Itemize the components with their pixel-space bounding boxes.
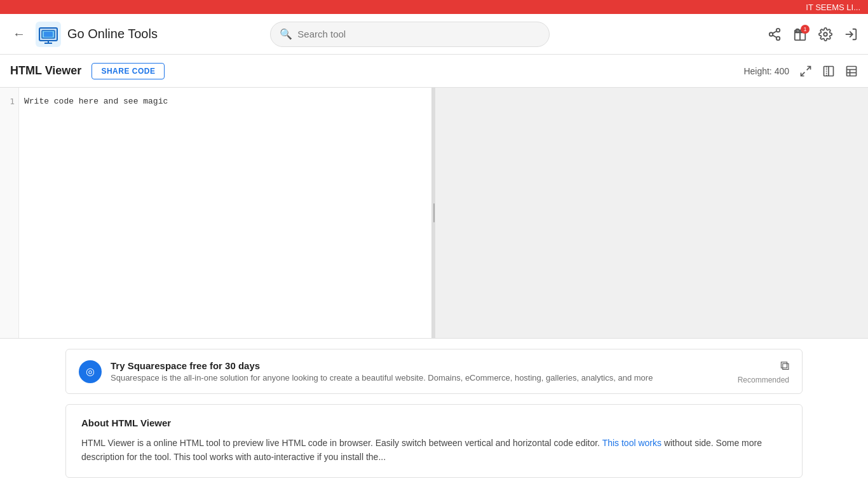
editor-container: 1 Write code here and see magic [0,88,868,339]
login-icon [844,27,858,41]
layout-icon [845,65,858,78]
login-button[interactable] [844,27,858,41]
ad-section: ◎ Try Squarespace free for 30 days Squar… [65,349,803,394]
split-view-icon [822,65,835,78]
fullscreen-icon [799,65,812,78]
ad-action: ⧉ Recommended [738,358,789,384]
notification-bar: IT SEEMS LI... [0,0,868,14]
notification-text: IT SEEMS LI... [806,3,860,12]
ad-logo-icon: ◎ [86,365,95,377]
line-numbers: 1 [0,88,19,338]
ad-recommended: Recommended [738,376,789,384]
svg-rect-8 [44,32,53,37]
split-view-button[interactable] [822,65,835,78]
back-button[interactable]: ← [10,24,28,44]
drag-handle[interactable] [432,88,435,338]
page-title: HTML Viewer [10,64,81,78]
svg-line-19 [807,66,811,70]
header: ← Go Online Tools 🔍 [0,14,868,55]
svg-rect-24 [847,66,857,76]
gear-icon [818,27,832,41]
code-textarea-wrapper[interactable]: Write code here and see magic [19,88,431,338]
fullscreen-button[interactable] [799,65,812,78]
about-text-start: HTML Viewer is a online HTML tool to pre… [81,438,602,448]
toolbar-right: Height: 400 [743,65,858,78]
about-text: HTML Viewer is a online HTML tool to pre… [81,436,787,464]
about-link[interactable]: This tool works [602,438,661,448]
search-bar: 🔍 [270,22,550,47]
svg-line-13 [773,30,776,33]
about-title: About HTML Viewer [81,417,787,428]
preview-panel [435,88,868,338]
code-editor[interactable]: 1 Write code here and see magic [0,88,432,338]
gift-badge: 1 [801,25,810,34]
share-code-button[interactable]: SHARE CODE [92,63,165,79]
logo-area[interactable]: Go Online Tools [36,22,158,47]
svg-line-20 [801,72,805,76]
site-title: Go Online Tools [67,27,158,41]
ad-title: Try Squarespace free for 30 days [111,360,729,371]
svg-point-17 [824,32,827,36]
line-number: 1 [0,95,18,109]
share-button[interactable] [768,27,782,41]
ad-logo: ◎ [79,360,102,383]
search-input[interactable] [297,29,540,39]
gift-button[interactable]: 1 [793,27,807,41]
about-section: About HTML Viewer HTML Viewer is a onlin… [65,404,803,478]
logo-icon [36,22,61,47]
settings-button[interactable] [818,27,832,41]
height-label: Height: 400 [743,66,789,76]
layout-button[interactable] [845,65,858,78]
svg-line-12 [773,35,776,37]
ad-text: Try Squarespace free for 30 days Squares… [111,360,729,383]
external-link-icon[interactable]: ⧉ [780,358,789,373]
code-content[interactable]: Write code here and see magic [24,95,426,109]
ad-description: Squarespace is the all-in-one solution f… [111,373,729,383]
header-actions: 1 [768,27,858,41]
search-icon: 🔍 [280,28,292,40]
share-icon [768,27,782,41]
toolbar: HTML Viewer SHARE CODE Height: 400 [0,55,868,88]
